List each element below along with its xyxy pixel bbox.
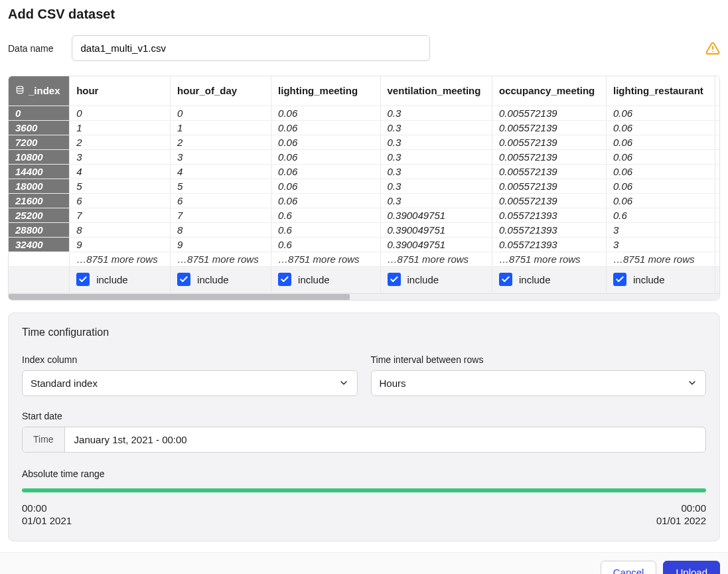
column-header[interactable]: lighting_meeting xyxy=(271,76,380,106)
table-row: 32400990.60.3900497510.05572139331.41357… xyxy=(9,237,720,251)
start-date-value: January 1st, 2021 - 00:00 xyxy=(65,427,196,452)
index-cell: 18000 xyxy=(9,179,70,193)
data-cell: 0.3 xyxy=(380,164,492,179)
table-row: 18000550.060.30.0055721390.060.3 xyxy=(9,179,720,193)
start-date-input[interactable]: Time January 1st, 2021 - 00:00 xyxy=(22,427,706,453)
data-cell: 0.3 xyxy=(380,135,492,149)
index-cell: 28800 xyxy=(9,222,70,237)
data-cell: 0.055721393 xyxy=(492,222,607,237)
include-checkbox[interactable] xyxy=(177,273,190,286)
data-cell: 9 xyxy=(70,237,171,251)
data-cell: 2 xyxy=(70,135,171,149)
data-cell: 0.055721393 xyxy=(492,208,607,222)
column-header[interactable]: hour xyxy=(70,76,171,106)
data-cell: 0.005572139 xyxy=(492,149,607,164)
data-cell: 0.3 xyxy=(715,149,720,164)
data-cell: 0.06 xyxy=(271,164,380,179)
csv-preview-table: _index hour hour_of_day lighting_meeting… xyxy=(8,76,720,301)
data-name-input[interactable] xyxy=(72,35,430,61)
chevron-down-icon xyxy=(338,378,349,388)
index-cell: 7200 xyxy=(9,135,70,149)
database-icon xyxy=(15,86,25,95)
data-cell: 0.6 xyxy=(607,208,715,222)
data-cell: 7 xyxy=(70,208,171,222)
data-cell: 0.06 xyxy=(607,193,715,208)
include-checkbox[interactable] xyxy=(499,273,512,286)
data-cell: 0.06 xyxy=(271,135,380,149)
data-cell: 0.3 xyxy=(715,106,720,120)
data-cell: 0.3 xyxy=(380,120,492,135)
svg-point-2 xyxy=(17,86,23,89)
include-label: include xyxy=(633,274,665,285)
range-label: Absolute time range xyxy=(22,468,706,479)
upload-button[interactable]: Upload xyxy=(663,561,720,575)
interval-label: Time interval between rows xyxy=(371,354,707,365)
column-header-index[interactable]: _index xyxy=(9,76,70,106)
data-cell: 5 xyxy=(171,179,271,193)
select-value: Standard index xyxy=(31,378,98,389)
include-checkbox[interactable] xyxy=(278,273,291,286)
dialog-footer: Cancel Upload xyxy=(0,552,728,575)
data-cell: 0.06 xyxy=(271,193,380,208)
data-cell: 9 xyxy=(171,237,271,251)
include-checkbox[interactable] xyxy=(76,273,90,286)
table-row: 14400440.060.30.0055721390.060.3 xyxy=(9,164,720,179)
data-cell: 7 xyxy=(171,208,271,222)
data-cell: 0.390049751 xyxy=(380,237,492,251)
data-cell: 4 xyxy=(70,164,171,179)
start-date-label: Start date xyxy=(22,411,706,421)
time-range-slider[interactable] xyxy=(22,488,706,492)
data-cell: 4 xyxy=(171,164,271,179)
data-cell: 0.005572139 xyxy=(492,120,607,135)
scrollbar-thumb[interactable] xyxy=(9,294,350,300)
column-header[interactable]: ventilation_meeting xyxy=(380,76,492,106)
warning-icon xyxy=(705,41,720,56)
index-cell: 21600 xyxy=(9,193,70,208)
data-cell: 0.3 xyxy=(715,193,720,208)
data-cell: 0.3 xyxy=(380,193,492,208)
cancel-button[interactable]: Cancel xyxy=(601,561,657,575)
data-cell: 0.06 xyxy=(271,179,380,193)
data-cell: 0.06 xyxy=(271,149,380,164)
index-cell: 10800 xyxy=(9,149,70,164)
include-checkbox[interactable] xyxy=(388,273,401,286)
table-row: 25200770.60.3900497510.0557213930.60.3 xyxy=(9,208,720,222)
data-cell: 1.41357… xyxy=(715,222,720,237)
data-cell: 0.005572139 xyxy=(492,164,607,179)
index-column-select[interactable]: Standard index xyxy=(22,370,358,396)
data-cell: 0.3 xyxy=(380,106,492,120)
data-name-label: Data name xyxy=(8,43,53,54)
index-cell: 32400 xyxy=(9,237,70,251)
index-cell: 3600 xyxy=(9,120,70,135)
data-cell: 3 xyxy=(607,222,715,237)
table-row: 3600110.060.30.0055721390.060.3 xyxy=(9,120,720,135)
data-cell: 2 xyxy=(171,135,271,149)
column-header[interactable]: ventilati xyxy=(715,76,720,106)
table-row: 28800880.60.3900497510.05572139331.41357… xyxy=(9,222,720,237)
column-header[interactable]: lighting_restaurant xyxy=(607,76,715,106)
index-header-label: _index xyxy=(29,85,60,96)
index-cell: 14400 xyxy=(9,164,70,179)
data-cell: 0 xyxy=(171,106,271,120)
page-title: Add CSV dataset xyxy=(8,7,720,22)
data-cell: 0.3 xyxy=(715,164,720,179)
data-cell: 6 xyxy=(70,193,171,208)
table-row: 0000.060.30.0055721390.060.3 xyxy=(9,106,720,120)
interval-select[interactable]: Hours xyxy=(371,370,707,396)
data-cell: 0.3 xyxy=(380,179,492,193)
include-label: include xyxy=(96,274,128,285)
data-cell: 0.3 xyxy=(715,135,720,149)
data-cell: 0.06 xyxy=(607,164,715,179)
data-cell: 0.6 xyxy=(271,237,380,251)
include-label: include xyxy=(197,274,229,285)
index-cell: 25200 xyxy=(9,208,70,222)
horizontal-scrollbar[interactable] xyxy=(9,293,719,300)
include-label: include xyxy=(407,274,439,285)
data-cell: 0.3 xyxy=(380,149,492,164)
include-checkbox[interactable] xyxy=(613,273,626,286)
data-cell: 0 xyxy=(70,106,171,120)
column-header[interactable]: occupancy_meeting xyxy=(492,76,607,106)
data-cell: 8 xyxy=(171,222,271,237)
column-header[interactable]: hour_of_day xyxy=(171,76,271,106)
data-cell: 0.3 xyxy=(715,208,720,222)
